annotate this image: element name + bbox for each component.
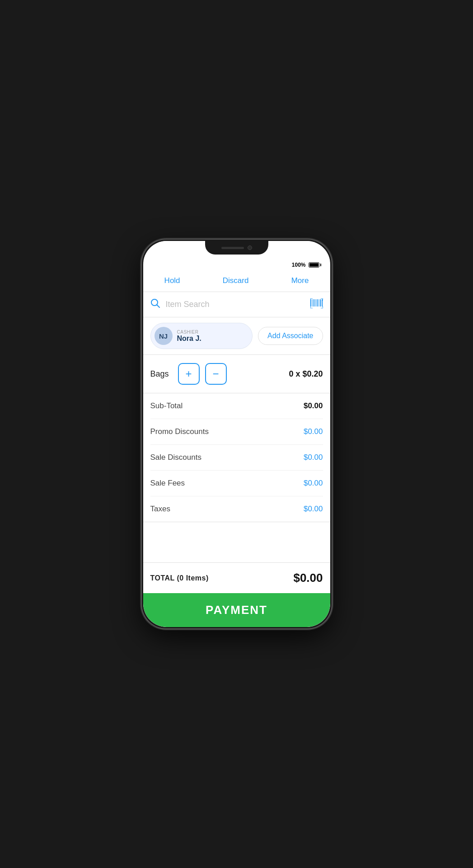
spacer [143, 522, 330, 562]
cashier-row: NJ CASHIER Nora J. Add Associate [143, 317, 330, 355]
promo-discounts-label: Promo Discounts [150, 427, 209, 436]
top-nav: Hold Discard More [143, 270, 330, 292]
svg-rect-3 [312, 299, 313, 307]
discard-button[interactable]: Discard [215, 274, 256, 287]
promo-discounts-value: $0.00 [304, 427, 323, 436]
speaker [221, 247, 244, 249]
promo-discounts-row: Promo Discounts $0.00 [150, 419, 323, 445]
taxes-row: Taxes $0.00 [150, 496, 323, 522]
battery-body [309, 262, 319, 268]
payment-button[interactable]: PAYMENT [143, 593, 330, 627]
cashier-badge[interactable]: NJ CASHIER Nora J. [150, 323, 253, 349]
sale-discounts-label: Sale Discounts [150, 453, 201, 462]
cashier-info: CASHIER Nora J. [177, 330, 201, 343]
total-row: TOTAL (0 Items) $0.00 [143, 562, 330, 593]
svg-rect-8 [320, 299, 321, 307]
search-bar: Item Search [143, 292, 330, 317]
battery-tip [320, 264, 321, 266]
bags-label: Bags [150, 369, 169, 379]
summary-section: Sub-Total $0.00 Promo Discounts $0.00 Sa… [143, 393, 330, 522]
battery-icon [309, 262, 321, 268]
taxes-label: Taxes [150, 505, 170, 514]
sale-fees-row: Sale Fees $0.00 [150, 471, 323, 496]
total-value: $0.00 [293, 571, 323, 585]
sale-discounts-row: Sale Discounts $0.00 [150, 445, 323, 471]
cashier-avatar: NJ [155, 327, 173, 345]
svg-rect-9 [322, 299, 323, 307]
svg-rect-4 [314, 299, 314, 307]
svg-rect-6 [317, 299, 318, 307]
bags-increment-button[interactable]: + [178, 363, 200, 385]
subtotal-value: $0.00 [304, 401, 323, 410]
subtotal-label: Sub-Total [150, 401, 183, 410]
bags-count: 0 x $0.20 [289, 369, 323, 379]
taxes-value: $0.00 [304, 505, 323, 514]
sale-fees-value: $0.00 [304, 479, 323, 488]
cashier-name: Nora J. [177, 335, 201, 343]
notch [205, 241, 268, 255]
bags-decrement-button[interactable]: − [205, 363, 227, 385]
sale-discounts-value: $0.00 [304, 453, 323, 462]
svg-rect-7 [318, 299, 319, 307]
camera [248, 245, 252, 250]
hold-button[interactable]: Hold [157, 274, 187, 287]
notch-area [143, 241, 330, 261]
cashier-label: CASHIER [177, 330, 201, 335]
svg-line-1 [157, 305, 159, 308]
svg-rect-5 [315, 299, 316, 307]
sale-fees-label: Sale Fees [150, 479, 185, 488]
more-button[interactable]: More [284, 274, 316, 287]
search-placeholder[interactable]: Item Search [166, 300, 305, 309]
status-bar: 100% [143, 261, 330, 270]
battery-percent: 100% [292, 262, 306, 268]
barcode-icon[interactable] [310, 298, 323, 311]
total-label: TOTAL (0 Items) [150, 574, 209, 582]
bags-row: Bags + − 0 x $0.20 [143, 355, 330, 393]
battery-fill [309, 263, 318, 267]
subtotal-row: Sub-Total $0.00 [150, 393, 323, 419]
search-icon [150, 298, 160, 311]
add-associate-button[interactable]: Add Associate [258, 327, 323, 345]
